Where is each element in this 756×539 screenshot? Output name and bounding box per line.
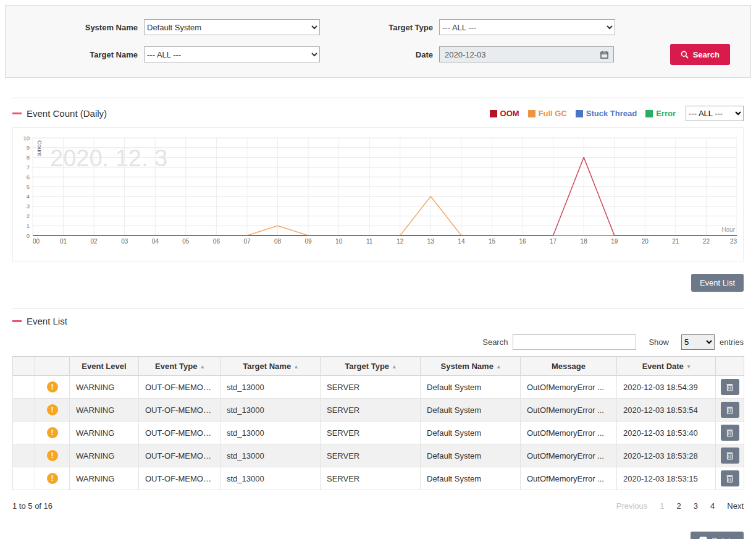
row-level-icon-cell: ! — [35, 444, 70, 467]
y-tick-label: 5 — [27, 184, 30, 190]
section-dash-icon — [12, 112, 22, 114]
x-tick-label: 07 — [243, 238, 251, 245]
delete-button[interactable]: Delete — [691, 532, 744, 539]
date-label: Date — [320, 50, 433, 59]
cell-system-name: Default System — [421, 422, 521, 444]
cell-message: OutOfMemoryError ... — [521, 399, 617, 422]
event-list-header: Event List — [12, 308, 744, 326]
row-spacer-cell — [13, 399, 35, 422]
section-dash-icon — [12, 320, 22, 322]
row-delete-cell — [716, 444, 744, 467]
x-tick-label: 01 — [60, 238, 67, 245]
legend-item-stuck-thread: Stuck Thread — [576, 109, 637, 118]
page-2[interactable]: 2 — [677, 501, 681, 511]
cell-target-name: std_13000 — [220, 399, 321, 422]
event-count-header: Event Count (Daily) OOMFull GCStuck Thre… — [12, 98, 744, 121]
cell-target-name: std_13000 — [220, 444, 321, 467]
x-tick-label: 17 — [550, 238, 557, 245]
cell-target-type: SERVER — [321, 376, 421, 399]
column-header-label: System Name — [441, 362, 494, 371]
column-header-target-type[interactable]: Target Type▴ — [321, 357, 421, 376]
warning-icon: ! — [47, 381, 58, 393]
event-list-button[interactable]: Event List — [691, 274, 744, 292]
search-button[interactable]: Search — [670, 44, 730, 65]
target-name-select[interactable]: --- ALL --- — [144, 46, 320, 62]
x-tick-label: 11 — [366, 238, 373, 245]
table-search-label: Search — [482, 337, 508, 347]
cell-event-level: WARNING — [70, 376, 139, 399]
x-tick-label: 20 — [642, 238, 649, 245]
row-delete-cell — [716, 422, 744, 444]
column-header-target-name[interactable]: Target Name▴ — [220, 357, 321, 376]
system-name-select[interactable]: Default System — [144, 19, 320, 35]
page-next[interactable]: Next — [727, 501, 744, 511]
column-header-event-type[interactable]: Event Type▴ — [139, 357, 220, 376]
chart-event-filter-select[interactable]: --- ALL --- — [686, 106, 744, 121]
cell-target-name: std_13000 — [220, 422, 321, 444]
event-count-chart-box: 2020. 12. 300010203040506070809101112131… — [12, 127, 744, 261]
column-header-event-date[interactable]: Event Date▾ — [617, 357, 716, 376]
warning-icon: ! — [47, 450, 58, 461]
cell-event-type: OUT-OF-MEMORY — [139, 422, 220, 444]
event-row: !WARNINGOUT-OF-MEMORYstd_13000SERVERDefa… — [13, 399, 744, 422]
row-spacer-cell — [13, 376, 35, 399]
event-row: !WARNINGOUT-OF-MEMORYstd_13000SERVERDefa… — [13, 444, 744, 467]
legend-label: Error — [656, 109, 676, 118]
cell-system-name: Default System — [421, 376, 521, 399]
event-list-section: Event List Search Show 5 entries Event L… — [12, 308, 744, 511]
table-footer: 1 to 5 of 16 Previous1234Next — [12, 501, 744, 511]
search-icon — [681, 51, 689, 59]
legend-item-error: Error — [645, 109, 676, 118]
show-entries-select[interactable]: 5 — [681, 334, 715, 350]
row-level-icon-cell: ! — [35, 399, 70, 422]
x-tick-label: 13 — [427, 238, 435, 245]
cell-event-type: OUT-OF-MEMORY — [139, 467, 220, 490]
trash-icon — [726, 383, 733, 391]
row-delete-button[interactable] — [721, 402, 739, 418]
table-info: 1 to 5 of 16 — [12, 501, 52, 511]
x-tick-label: 02 — [91, 238, 98, 245]
page-1[interactable]: 1 — [660, 501, 664, 511]
target-type-select[interactable]: --- ALL --- — [439, 19, 615, 35]
system-name-label: System Name — [6, 23, 138, 32]
row-delete-button[interactable] — [721, 470, 739, 486]
event-count-title: Event Count (Daily) — [27, 108, 107, 119]
column-header-blank — [35, 357, 70, 376]
x-tick-label: 22 — [703, 238, 710, 245]
cell-message: OutOfMemoryError ... — [521, 376, 617, 399]
date-input[interactable]: 2020-12-03 — [439, 46, 614, 62]
row-level-icon-cell: ! — [35, 467, 70, 490]
x-tick-label: 23 — [730, 238, 737, 245]
column-header-label: Target Type — [345, 362, 389, 371]
x-tick-label: 10 — [335, 238, 343, 245]
cell-event-type: OUT-OF-MEMORY — [139, 444, 220, 467]
target-name-label: Target Name — [6, 50, 138, 59]
cell-event-level: WARNING — [70, 399, 139, 422]
row-delete-button[interactable] — [721, 379, 739, 395]
warning-icon: ! — [47, 473, 58, 484]
row-delete-button[interactable] — [721, 425, 739, 441]
page-previous[interactable]: Previous — [616, 501, 648, 511]
warning-icon: ! — [47, 404, 58, 415]
filter-row-2: Target Name --- ALL --- Date 2020-12-03 … — [6, 44, 730, 65]
column-header-label: Event Type — [155, 362, 197, 371]
page-3[interactable]: 3 — [694, 501, 698, 511]
cell-system-name: Default System — [421, 444, 521, 467]
column-header-system-name[interactable]: System Name▴ — [421, 357, 521, 376]
event-search-input[interactable] — [513, 334, 636, 350]
sort-asc-icon: ▴ — [295, 363, 298, 370]
delete-button-row: Delete — [12, 532, 744, 539]
calendar-icon[interactable] — [600, 51, 608, 59]
row-spacer-cell — [13, 467, 35, 490]
row-spacer-cell — [13, 444, 35, 467]
column-header-label: Target Name — [243, 362, 291, 371]
warning-icon: ! — [47, 427, 58, 438]
legend-swatch — [645, 110, 653, 117]
cell-event-date: 2020-12-03 18:53:54 — [617, 399, 716, 422]
cell-event-date: 2020-12-03 18:53:40 — [617, 422, 716, 444]
row-level-icon-cell: ! — [35, 422, 70, 444]
page-4[interactable]: 4 — [710, 501, 715, 511]
target-type-label: Target Type — [320, 23, 433, 32]
column-header-blank — [716, 357, 744, 376]
row-delete-button[interactable] — [721, 448, 739, 464]
